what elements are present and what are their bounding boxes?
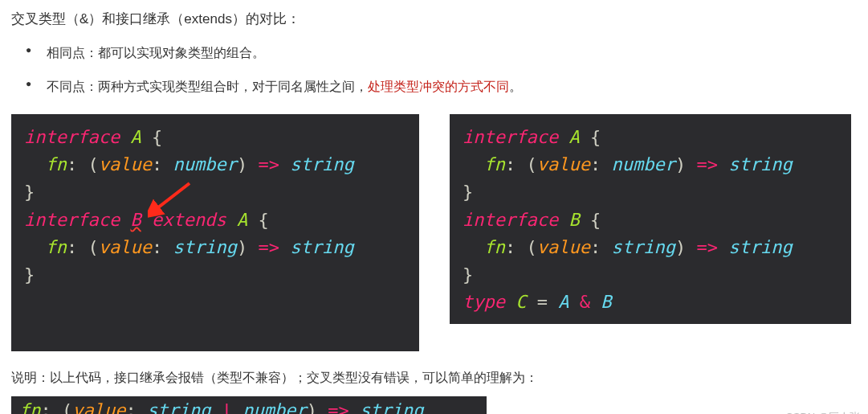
param-value: value bbox=[537, 237, 590, 257]
watermark: CSDN @巨人张 bbox=[785, 408, 860, 414]
prop-fn: fn bbox=[484, 154, 506, 174]
prop-fn: fn bbox=[46, 237, 67, 257]
param-value: value bbox=[537, 154, 590, 174]
type-string: string bbox=[611, 237, 674, 257]
arrow-op: => bbox=[258, 154, 279, 174]
bullet-diff: 不同点：两种方式实现类型组合时，对于同名属性之间，处理类型冲突的方式不同。 bbox=[11, 74, 857, 100]
punc: : bbox=[590, 154, 612, 174]
arrow-op: => bbox=[328, 400, 349, 414]
punc: : bbox=[152, 154, 173, 174]
type-number: number bbox=[173, 154, 236, 174]
punc: ) bbox=[237, 237, 259, 257]
type-number: number bbox=[611, 154, 674, 174]
bullet-same: 相同点：都可以实现对象类型的组合。 bbox=[11, 40, 857, 66]
brace: { bbox=[247, 210, 269, 230]
brace: } bbox=[463, 264, 473, 285]
type-string: string bbox=[718, 237, 793, 257]
brace: { bbox=[580, 210, 601, 230]
prop-fn: fn bbox=[19, 400, 41, 414]
param-value: value bbox=[72, 400, 125, 414]
code-block-bottom: fn: (value: string | number) => string bbox=[11, 396, 487, 414]
punc: : ( bbox=[41, 400, 73, 414]
intersection-op: & bbox=[568, 292, 601, 312]
punc: : ( bbox=[505, 154, 537, 174]
punc: : bbox=[152, 237, 173, 257]
type-C: C bbox=[505, 292, 527, 312]
arrow-op: => bbox=[258, 237, 279, 257]
bullet-list: 相同点：都可以实现对象类型的组合。 不同点：两种方式实现类型组合时，对于同名属性… bbox=[11, 40, 857, 100]
type-string: string bbox=[718, 154, 793, 174]
type-string: string bbox=[173, 237, 236, 257]
type-string: string bbox=[349, 400, 424, 414]
code-block-left: interface A { fn: (value: number) => str… bbox=[11, 114, 419, 351]
svg-line-0 bbox=[154, 183, 189, 211]
type-A: A bbox=[568, 127, 579, 147]
kw-interface: interface bbox=[463, 210, 558, 230]
punc: : bbox=[590, 237, 612, 257]
brace: } bbox=[24, 264, 35, 285]
arrow-op: => bbox=[696, 237, 718, 257]
punc: : bbox=[125, 400, 147, 414]
bullet-diff-suffix: 。 bbox=[509, 80, 522, 93]
type-B-error: B bbox=[130, 210, 141, 230]
ref-A: A bbox=[558, 292, 568, 312]
arrow-op: => bbox=[696, 154, 718, 174]
type-B: B bbox=[568, 210, 579, 230]
union-op: | bbox=[210, 400, 242, 414]
note-text: 说明：以上代码，接口继承会报错（类型不兼容）；交叉类型没有错误，可以简单的理解为… bbox=[11, 366, 857, 390]
prop-fn: fn bbox=[484, 237, 506, 257]
code-block-right: interface A { fn: (value: number) => str… bbox=[450, 114, 851, 324]
ref-B: B bbox=[601, 292, 611, 312]
type-number-union: number bbox=[242, 400, 306, 414]
kw-interface: interface bbox=[24, 210, 120, 230]
kw-extends: extends bbox=[141, 210, 226, 230]
punc: ) bbox=[675, 154, 697, 174]
punc: : ( bbox=[505, 237, 537, 257]
type-A-sup: A bbox=[226, 210, 248, 230]
brace: { bbox=[141, 127, 163, 147]
type-string: string bbox=[279, 154, 354, 174]
heading: 交叉类型（&）和接口继承（extends）的对比： bbox=[11, 6, 857, 32]
punc: ) bbox=[237, 154, 259, 174]
kw-type: type bbox=[463, 292, 505, 312]
brace: } bbox=[24, 182, 35, 202]
punc: ) bbox=[675, 237, 697, 257]
punc: : ( bbox=[67, 237, 99, 257]
bullet-diff-prefix: 不同点：两种方式实现类型组合时，对于同名属性之间， bbox=[47, 80, 368, 93]
type-string: string bbox=[279, 237, 354, 257]
type-string-union: string bbox=[147, 400, 210, 414]
punc: : ( bbox=[67, 154, 99, 174]
param-value: value bbox=[99, 154, 152, 174]
punc: ) bbox=[307, 400, 328, 414]
brace: } bbox=[463, 182, 473, 202]
type-A: A bbox=[130, 127, 141, 147]
brace: { bbox=[580, 127, 601, 147]
kw-interface: interface bbox=[24, 127, 120, 147]
eq: = bbox=[526, 292, 558, 312]
prop-fn: fn bbox=[46, 154, 67, 174]
param-value: value bbox=[99, 237, 152, 257]
kw-interface: interface bbox=[463, 127, 558, 147]
code-row: interface A { fn: (value: number) => str… bbox=[11, 114, 857, 351]
bullet-diff-emphasis: 处理类型冲突的方式不同 bbox=[368, 80, 509, 93]
